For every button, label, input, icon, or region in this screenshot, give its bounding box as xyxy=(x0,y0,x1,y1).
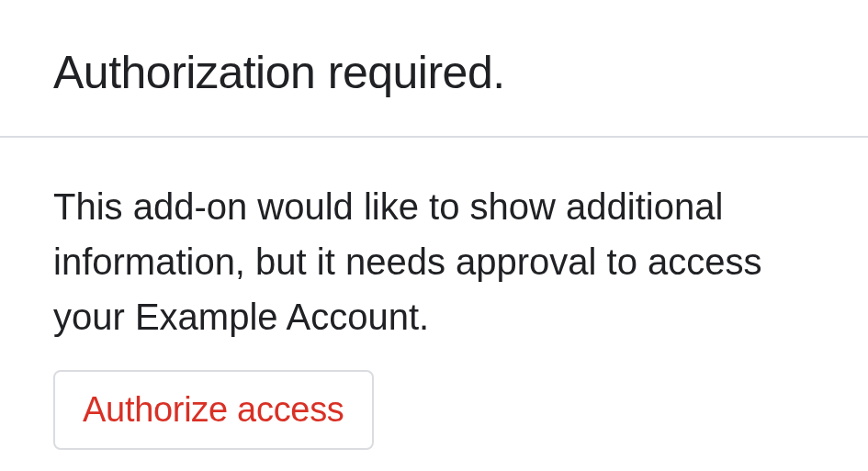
page-title: Authorization required. xyxy=(53,46,815,99)
authorization-description: This add-on would like to show additiona… xyxy=(53,179,815,344)
content-section: This add-on would like to show additiona… xyxy=(0,138,868,450)
authorize-access-button[interactable]: Authorize access xyxy=(53,370,374,450)
header-section: Authorization required. xyxy=(0,0,868,136)
